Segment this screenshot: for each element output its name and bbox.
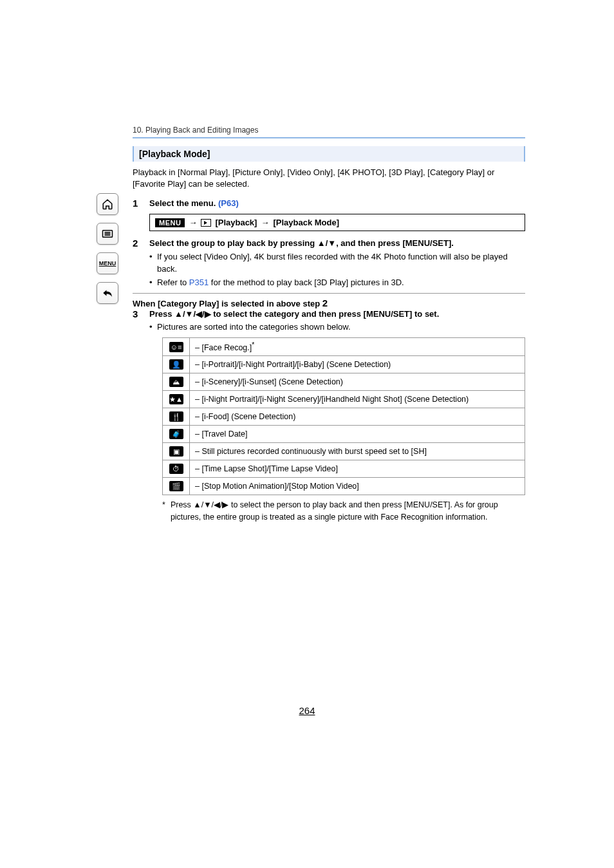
menu-button[interactable]: MENU [97, 252, 118, 274]
step-3-bullet: Pictures are sorted into the categories … [149, 321, 525, 334]
list-icon[interactable] [97, 223, 118, 245]
scenery-icon: ⛰ [163, 373, 190, 391]
subhead-text: When [Category Play] is selected in abov… [133, 299, 322, 308]
cat-text: – [i-Food] (Scene Detection) [190, 408, 525, 426]
face-recog-icon: ☺≡ [163, 338, 190, 356]
arrow-icon: → [261, 218, 269, 227]
table-row: ▣ – Still pictures recorded continuously… [163, 443, 525, 460]
playback-icon [201, 219, 211, 227]
step-1-text: Select the menu. [149, 198, 218, 208]
cat-text: – [i-Night Portrait]/[i-Night Scenery]/[… [190, 391, 525, 408]
page-number[interactable]: 264 [0, 705, 614, 716]
step-2-bullet-2: Refer to P351 for the method to play bac… [149, 277, 525, 289]
subheading: When [Category Play] is selected in abov… [133, 297, 525, 308]
menu-label: MENU [99, 260, 116, 267]
subhead-step-num: 2 [322, 297, 328, 308]
step-1-link[interactable]: (P63) [218, 198, 239, 208]
step-number: 3 [133, 308, 149, 334]
footnote-text: Press ▲/▼/◀/▶ to select the person to pl… [171, 499, 525, 522]
table-row: ⛰ – [i-Scenery]/[i-Sunset] (Scene Detect… [163, 373, 525, 391]
cat-text: – [Time Lapse Shot]/[Time Lapse Video] [190, 460, 525, 478]
table-row: 🧳 – [Travel Date] [163, 426, 525, 443]
breadcrumb: 10. Playing Back and Editing Images [133, 126, 525, 135]
table-row: 🍴 – [i-Food] (Scene Detection) [163, 408, 525, 426]
footnote-mark: * [162, 499, 165, 522]
arrow-icon: → [189, 218, 197, 227]
b2-pre: Refer to [157, 278, 189, 287]
menu-path-part1: [Playback] [215, 218, 257, 227]
step-3: 3 Press ▲/▼/◀/▶ to select the category a… [133, 308, 525, 334]
cat-text: – [Face Recog.]* [190, 338, 525, 356]
food-icon: 🍴 [163, 408, 190, 426]
step-2-heading: Select the group to play back by pressin… [149, 238, 525, 250]
home-icon[interactable] [97, 193, 118, 215]
table-row: ☺≡ – [Face Recog.]* [163, 338, 525, 356]
footnote: * Press ▲/▼/◀/▶ to select the person to … [162, 499, 525, 522]
step-3-heading: Press ▲/▼/◀/▶ to select the category and… [149, 308, 525, 321]
step-number: 1 [133, 198, 149, 210]
menu-badge: MENU [155, 218, 185, 227]
cat-text: – [i-Scenery]/[i-Sunset] (Scene Detectio… [190, 373, 525, 391]
table-row: ★▲ – [i-Night Portrait]/[i-Night Scenery… [163, 391, 525, 408]
burst-icon: ▣ [163, 443, 190, 460]
divider [133, 293, 525, 294]
table-row: ⏱ – [Time Lapse Shot]/[Time Lapse Video] [163, 460, 525, 478]
back-icon[interactable] [97, 282, 118, 304]
cat-text: – [i-Portrait]/[i-Night Portrait]/[i-Bab… [190, 356, 525, 373]
b2-link[interactable]: P351 [189, 278, 209, 287]
portrait-icon: 👤 [163, 356, 190, 373]
timelapse-icon: ⏱ [163, 460, 190, 478]
category-table: ☺≡ – [Face Recog.]* 👤 – [i-Portrait]/[i-… [162, 337, 525, 495]
section-title: [Playback Mode] [133, 146, 525, 162]
cat-text: – Still pictures recorded continuously w… [190, 443, 525, 460]
menu-path: MENU → [Playback] → [Playback Mode] [149, 214, 525, 231]
sidebar: MENU [97, 193, 121, 304]
step-number: 2 [133, 238, 149, 288]
intro-paragraph: Playback in [Normal Play], [Picture Only… [133, 167, 525, 190]
step-1: 1 Select the menu. (P63) [133, 198, 525, 210]
cat-text: – [Travel Date] [190, 426, 525, 443]
menu-path-part2: [Playback Mode] [273, 218, 339, 227]
page-content: 10. Playing Back and Editing Images [Pla… [133, 126, 525, 523]
step-2-bullet-1: If you select [Video Only], 4K burst fil… [149, 251, 525, 276]
travel-icon: 🧳 [163, 426, 190, 443]
divider [133, 137, 525, 138]
stopmotion-icon: 🎬 [163, 478, 190, 495]
table-row: 🎬 – [Stop Motion Animation]/[Stop Motion… [163, 478, 525, 495]
night-icon: ★▲ [163, 391, 190, 408]
cat-text: – [Stop Motion Animation]/[Stop Motion V… [190, 478, 525, 495]
table-row: 👤 – [i-Portrait]/[i-Night Portrait]/[i-B… [163, 356, 525, 373]
step-2: 2 Select the group to play back by press… [133, 238, 525, 288]
b2-post: for the method to play back [3D Play] pi… [209, 278, 404, 287]
